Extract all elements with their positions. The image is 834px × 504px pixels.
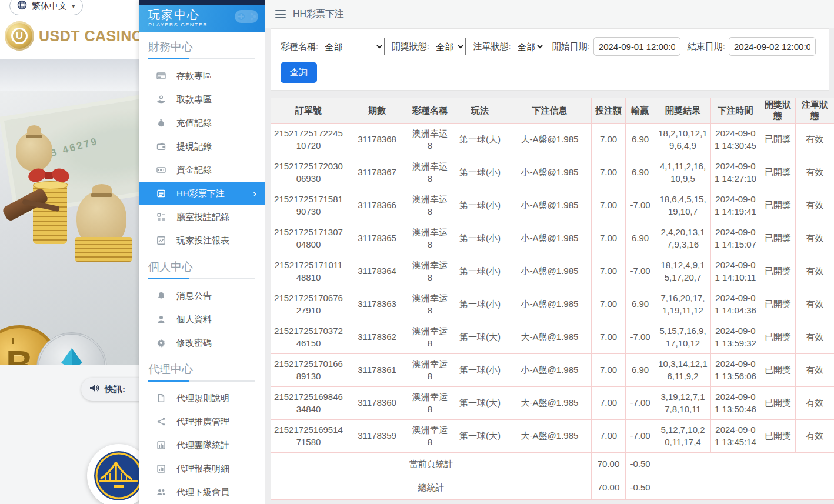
cell-order-no: 2152172517101148810	[271, 255, 346, 288]
sidebar-item-deposit-zone[interactable]: 存款專區	[139, 64, 265, 88]
sidebar-item-player-bet-report[interactable]: 玩家投注報表	[139, 229, 265, 252]
sidebar-item-label: 個人資料	[176, 314, 212, 325]
cell-order-status: 有效	[796, 189, 834, 222]
main-topbar: HH彩票下注	[265, 0, 834, 28]
cell-draw-status: 已開獎	[760, 222, 796, 255]
summary-row: 當前頁統計70.00-0.50	[271, 453, 834, 476]
sidebar-banner: 玩家中心 PLAYERS CENTER	[139, 5, 265, 32]
cell-bet-amount: 7.00	[592, 222, 626, 255]
cell-bet-amount: 7.00	[592, 387, 626, 420]
sidebar-item-label: 代理團隊統計	[176, 440, 229, 451]
sidebar-item-agent-report-detail[interactable]: 代理報表明細	[139, 457, 265, 480]
cell-lottery-name: 澳洲幸运8	[408, 387, 452, 420]
sidebar-item-label: 廳室投註記錄	[176, 212, 229, 223]
funds-icon	[156, 165, 167, 175]
cell-order-no: 2152172517016689130	[271, 354, 346, 387]
cell-period: 31178366	[346, 189, 408, 222]
summary-win-loss: -0.50	[626, 476, 655, 500]
cell-bet-time: 2024-09-01 14:30:45	[711, 124, 760, 156]
sidebar-item-label: 代理報表明細	[176, 463, 229, 475]
cell-play-type: 第一球(小)	[452, 189, 508, 222]
sidebar-item-withdrawal-record[interactable]: 提現記錄	[139, 135, 265, 158]
draw-status-select[interactable]: 全部	[433, 38, 466, 55]
warriors-logo	[87, 444, 139, 504]
cell-order-no: 2152172516984634840	[271, 387, 346, 420]
cell-bet-time: 2024-09-01 14:27:10	[711, 156, 760, 189]
sidebar-section-title: 個人中心	[139, 252, 265, 275]
summary-empty	[655, 476, 834, 500]
cell-lottery-name: 澳洲幸运8	[408, 255, 452, 288]
cell-order-status: 有效	[796, 124, 834, 156]
cell-play-type: 第一球(大)	[452, 321, 508, 354]
cell-win-loss: -7.00	[626, 255, 655, 288]
sidebar-item-recharge-record[interactable]: 充值記錄	[139, 111, 265, 135]
cell-order-no: 2152172517037246150	[271, 321, 346, 354]
lottery-name-select[interactable]: 全部	[322, 38, 385, 55]
sidebar-item-label: 存款專區	[176, 71, 212, 82]
cell-lottery-name: 澳洲幸运8	[408, 222, 452, 255]
order-status-select[interactable]: 全部	[515, 38, 545, 55]
cell-order-status: 有效	[796, 420, 834, 453]
cell-order-no: 2152172516951471580	[271, 420, 346, 453]
main-content: HH彩票下注 彩種名稱: 全部 開獎狀態: 全部 注單狀態: 全部 開始日期: …	[265, 0, 834, 504]
order-status-label: 注單狀態:	[473, 41, 511, 52]
col-bet-amount: 投注額	[592, 98, 626, 124]
table-row: 215217251703724615031178362澳洲幸运8第一球(大)大-…	[271, 321, 834, 354]
sidebar-item-label: 資金記錄	[176, 165, 212, 176]
sidebar-item-label: 充值記錄	[176, 118, 212, 129]
cell-bet-amount: 7.00	[592, 156, 626, 189]
ethereum-diamond-icon	[59, 347, 85, 365]
end-date-input[interactable]	[729, 37, 816, 56]
cell-order-no: 2152172517203006930	[271, 156, 346, 189]
sidebar-item-agent-sub-members[interactable]: 代理下級會員	[139, 480, 265, 504]
caret-down-icon: ▾	[72, 2, 75, 10]
table-summary: 當前頁統計70.00-0.50總統計70.00-0.50	[271, 453, 834, 500]
quick-news-pill[interactable]: 快訊:	[81, 378, 139, 401]
sidebar-item-agent-promotion[interactable]: 代理推廣管理	[139, 410, 265, 433]
cell-draw-status: 已開獎	[760, 387, 796, 420]
sidebar-item-withdraw-zone[interactable]: 取款專區	[139, 88, 265, 111]
col-lottery-name: 彩種名稱	[408, 98, 452, 124]
sidebar-item-agent-rules[interactable]: 代理規則說明	[139, 386, 265, 410]
cell-win-loss: 6.90	[626, 288, 655, 321]
page-title: HH彩票下注	[293, 8, 344, 21]
cell-bet-info: 小-A盤@1.985	[508, 354, 592, 387]
cell-bet-time: 2024-09-01 13:59:32	[711, 321, 760, 354]
sidebar-item-label: 代理規則說明	[176, 393, 229, 404]
sidebar-item-agent-team-stats[interactable]: 代理團隊統計	[139, 433, 265, 457]
cell-order-status: 有效	[796, 387, 834, 420]
cell-draw-result: 3,19,12,7,17,8,10,11	[655, 387, 711, 420]
sidebar-item-announcements[interactable]: 消息公告	[139, 284, 265, 308]
cell-order-no: 2152172517224510720	[271, 124, 346, 156]
cell-period: 31178365	[346, 222, 408, 255]
sidebar-item-change-password[interactable]: 修改密碼	[139, 331, 265, 355]
cell-order-status: 有效	[796, 354, 834, 387]
sidebar-item-hh-lottery-bet[interactable]: HH彩票下注›	[139, 182, 265, 205]
sidebar-item-label: 提現記錄	[176, 141, 212, 152]
cell-win-loss: 6.90	[626, 156, 655, 189]
sidebar-item-room-bet-record[interactable]: 廳室投註記錄	[139, 205, 265, 229]
hamburger-menu-icon[interactable]	[275, 10, 286, 18]
start-date-input[interactable]	[593, 37, 680, 56]
cell-order-status: 有效	[796, 255, 834, 288]
brand-logo: U USDT CASINO	[5, 21, 139, 51]
sidebar-item-funds-record[interactable]: 資金記錄	[139, 158, 265, 182]
cell-draw-result: 10,3,14,12,16,11,9,2	[655, 354, 711, 387]
table-row: 215217251701668913031178361澳洲幸运8第一球(小)小-…	[271, 354, 834, 387]
document-icon	[156, 393, 167, 403]
brand-name: USDT CASINO	[39, 28, 139, 45]
gear-icon	[156, 338, 167, 348]
search-button[interactable]: 查詢	[281, 62, 317, 83]
table-row: 215217251710114881031178364澳洲幸运8第一球(小)小-…	[271, 255, 834, 288]
col-play-type: 玩法	[452, 98, 508, 124]
moneybag-icon	[156, 118, 167, 128]
sidebar-item-profile[interactable]: 個人資料	[139, 308, 265, 331]
summary-win-loss: -0.50	[626, 453, 655, 476]
lottery-name-label: 彩種名稱:	[281, 41, 318, 52]
cell-play-type: 第一球(小)	[452, 255, 508, 288]
language-selector[interactable]: 繁体中文 ▾	[9, 0, 83, 15]
cell-win-loss: -7.00	[626, 387, 655, 420]
cell-bet-amount: 7.00	[592, 124, 626, 156]
col-order-status: 注單狀態	[796, 98, 834, 124]
summary-bet-amount: 70.00	[592, 476, 626, 500]
